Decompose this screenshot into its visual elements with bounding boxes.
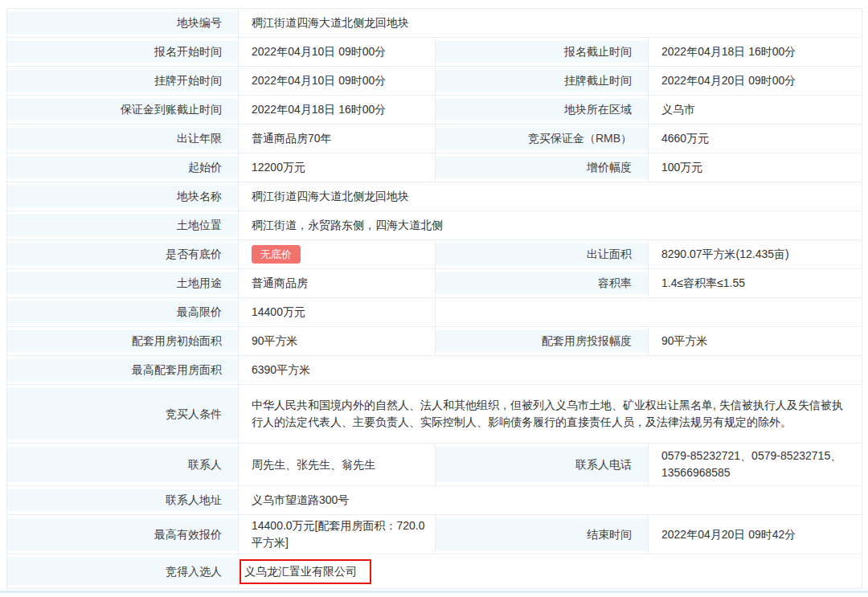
label-bid-deposit: 竞买保证金（RMB） [436,125,648,153]
label-contact-person: 联系人 [7,444,238,485]
land-auction-detail-page: 地块编号 稠江街道四海大道北侧龙回地块 报名开始时间 2022年04月10日 0… [0,0,868,597]
winner-name: 义乌龙汇置业有限公司 [244,565,357,578]
label-parcel-number: 地块编号 [7,9,238,37]
value-max-price-cap: 14400万元 [239,298,435,326]
label-increment: 增价幅度 [436,153,648,182]
label-plot-ratio: 容积率 [436,269,648,297]
value-starting-price: 12200万元 [239,153,435,182]
label-grant-term: 出让年限 [7,125,238,153]
label-listing-deadline: 挂牌截止时间 [436,67,648,95]
value-contact-phone: 0579-85232721、0579-85232715、13566968585 [649,444,862,485]
label-listing-start: 挂牌开始时间 [7,67,238,95]
bottom-divider [0,591,868,593]
value-deposit-deadline: 2022年04月18日 16时00分 [239,96,435,124]
value-parcel-number: 稠江街道四海大道北侧龙回地块 [239,9,862,37]
value-highest-valid-bid: 14400.0万元[配套用房面积：720.0平方米] [239,515,435,554]
label-has-reserve-price: 是否有底价 [7,240,238,268]
value-bidder-conditions: 中华人民共和国境内外的自然人、法人和其他组织，但被列入义乌市土地、矿业权出让黑名… [239,385,862,443]
label-starting-price: 起始价 [7,153,238,182]
value-support-housing-bid-step: 90平方米 [649,327,862,355]
value-land-location: 稠江街道，永贸路东侧，四海大道北侧 [239,211,862,239]
label-max-price-cap: 最高限价 [7,298,238,326]
value-end-time: 2022年04月20日 09时42分 [649,515,862,554]
label-support-housing-bid-step: 配套用房投报幅度 [436,327,648,355]
value-listing-start: 2022年04月10日 09时00分 [239,67,435,95]
empty-cell [436,298,862,326]
value-grant-term: 普通商品房70年 [239,125,435,153]
label-contact-phone: 联系人电话 [436,444,648,485]
label-highest-valid-bid: 最高有效报价 [7,515,238,554]
value-listing-deadline: 2022年04月20日 09时00分 [649,67,862,95]
value-grant-area: 8290.07平方米(12.435亩) [649,240,862,268]
value-has-reserve-price: 无底价 [239,240,435,268]
label-land-location: 土地位置 [7,211,238,239]
label-contact-address: 联系人地址 [7,486,238,514]
value-support-housing-initial-area: 90平方米 [239,327,435,355]
no-reserve-price-badge: 无底价 [252,245,301,264]
value-registration-deadline: 2022年04月18日 16时00分 [649,38,862,66]
value-contact-address: 义乌市望道路300号 [239,486,862,514]
label-end-time: 结束时间 [436,515,648,554]
value-increment: 100万元 [649,153,862,182]
label-deposit-deadline: 保证金到账截止时间 [7,96,238,124]
value-max-support-housing-area: 6390平方米 [239,356,862,384]
value-plot-ratio: 1.4≤容积率≤1.55 [649,269,862,297]
value-bid-deposit: 4660万元 [649,125,862,153]
label-registration-start: 报名开始时间 [7,38,238,66]
value-winning-bidder: 义乌龙汇置业有限公司 [239,554,862,588]
value-contact-person: 周先生、张先生、翁先生 [239,444,435,485]
label-support-housing-initial-area: 配套用房初始面积 [7,327,238,355]
value-parcel-region: 义乌市 [649,96,862,124]
value-land-use: 普通商品房 [239,269,435,297]
label-max-support-housing-area: 最高配套用房面积 [7,356,238,384]
label-parcel-name: 地块名称 [7,182,238,211]
value-parcel-name: 稠江街道四海大道北侧龙回地块 [239,182,862,211]
label-grant-area: 出让面积 [436,240,648,268]
label-registration-deadline: 报名截止时间 [436,38,648,66]
land-detail-table: 地块编号 稠江街道四海大道北侧龙回地块 报名开始时间 2022年04月10日 0… [6,8,862,589]
value-registration-start: 2022年04月10日 09时00分 [239,38,435,66]
label-parcel-region: 地块所在区域 [436,96,648,124]
label-bidder-conditions: 竞买人条件 [7,385,238,443]
label-land-use: 土地用途 [7,269,238,297]
label-winning-bidder: 竞得入选人 [7,554,238,588]
winner-highlight-box: 义乌龙汇置业有限公司 [240,559,371,584]
